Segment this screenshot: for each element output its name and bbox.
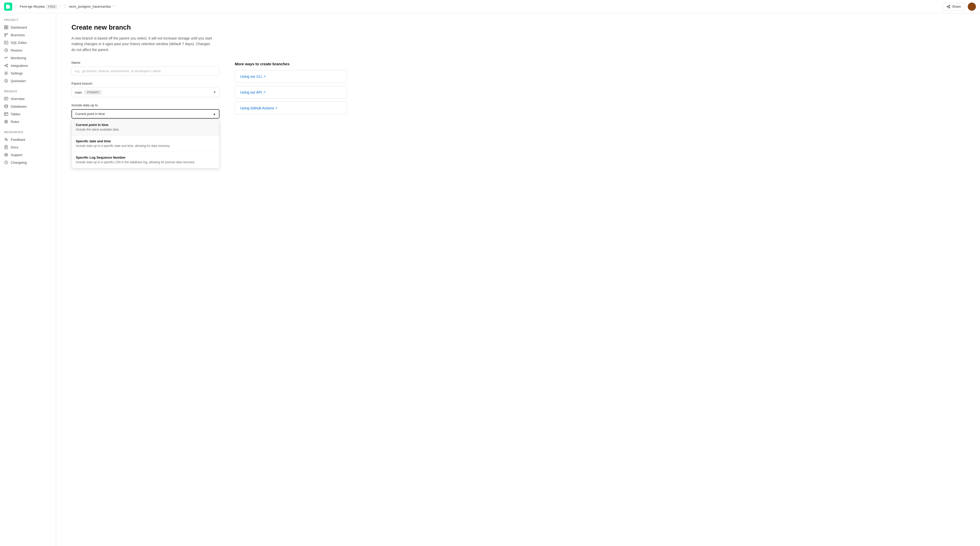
resources-section-label: RESOURCES [0, 130, 56, 136]
cli-external-icon: ↗ [263, 75, 266, 78]
sidebar-item-roles[interactable]: Roles [0, 118, 56, 125]
workspace-selector[interactable]: Femi-ige Muyiwa FREE ⌃ [20, 5, 62, 9]
page-title: Create new branch [72, 24, 347, 31]
docs-icon [4, 145, 8, 149]
parent-select-left: main PRIMARY [75, 90, 102, 95]
sidebar-item-tables[interactable]: Tables [0, 110, 56, 118]
parent-branch-select[interactable]: main PRIMARY ▼ [72, 87, 220, 97]
svg-point-11 [5, 35, 6, 37]
dropdown-item-lsn[interactable]: Specific Log Sequence Number Include dat… [72, 152, 219, 168]
feedback-icon [4, 138, 8, 141]
svg-rect-6 [4, 25, 6, 27]
dropdown-item-current[interactable]: Current point in time Include the latest… [72, 119, 219, 136]
project-section-label: PROJECT [0, 18, 56, 24]
sidebar-item-overview[interactable]: Overview [0, 95, 56, 103]
share-button[interactable]: Share [942, 3, 965, 10]
github-external-icon: ↗ [275, 106, 277, 110]
project-name: neon_postgres_hackmamba [69, 5, 111, 8]
svg-point-10 [5, 33, 6, 35]
changelog-icon [4, 160, 8, 165]
data-up-to-form-group: Include data up to Current point in time… [72, 103, 220, 119]
data-dropdown-trigger[interactable]: Current point in time ▲ [72, 109, 220, 119]
svg-point-23 [6, 73, 7, 74]
sidebar-label-tables: Tables [11, 112, 21, 116]
sidebar-item-restore[interactable]: Restore [0, 46, 56, 54]
dashboard-icon [4, 25, 8, 29]
sidebar-item-monitoring[interactable]: Monitoring [0, 54, 56, 62]
nav-divider-2: / [65, 4, 66, 9]
project-selector[interactable]: neon_postgres_hackmamba ⌃ [69, 5, 115, 8]
data-dropdown-menu: Current point in time Include the latest… [72, 119, 220, 168]
dropdown-item-current-desc: Include the latest available data [76, 127, 215, 132]
sidebar-item-dashboard[interactable]: Dashboard [0, 24, 56, 31]
sidebar-item-support[interactable]: Support [0, 151, 56, 159]
name-input[interactable] [72, 67, 220, 76]
cli-link-card[interactable]: Using our CLI ↗ [235, 70, 347, 83]
svg-point-19 [6, 64, 8, 65]
sidebar-label-changelog: Changelog [11, 161, 27, 165]
sidebar-label-docs: Docs [11, 145, 18, 149]
svg-point-20 [6, 66, 8, 67]
sidebar-label-databases: Databases [11, 105, 27, 108]
content-grid: Name Parent branch main PRIMARY ▼ [72, 61, 347, 125]
sidebar-item-databases[interactable]: Databases [0, 103, 56, 110]
sidebar-item-changelog[interactable]: Changelog [0, 159, 56, 166]
parent-branch-form-group: Parent branch main PRIMARY ▼ [72, 82, 220, 97]
sql-editor-icon [4, 41, 8, 44]
page-description: A new branch is based off the parent you… [72, 35, 215, 52]
sidebar: PROJECT Dashboard Branches SQL Editor Re… [0, 13, 56, 546]
svg-rect-33 [5, 121, 7, 122]
api-link-card[interactable]: Using our API ↗ [235, 86, 347, 99]
user-avatar[interactable] [968, 3, 976, 11]
right-panel: More ways to create branches Using our C… [235, 61, 347, 125]
dropdown-item-current-title: Current point in time [76, 123, 215, 127]
svg-point-35 [6, 139, 7, 141]
dropdown-item-specific-date-title: Specific date and time [76, 139, 215, 143]
svg-rect-9 [6, 27, 8, 29]
overview-icon [4, 97, 8, 101]
sidebar-label-restore: Restore [11, 48, 22, 52]
tables-icon [4, 112, 8, 116]
neon-logo[interactable] [4, 3, 12, 11]
github-link[interactable]: Using GitHub Actions ↗ [240, 106, 342, 110]
share-label: Share [952, 5, 961, 8]
sidebar-label-roles: Roles [11, 120, 19, 124]
dropdown-chevron-icon: ▲ [213, 112, 216, 116]
primary-badge: PRIMARY [84, 90, 102, 95]
top-navigation: / Femi-ige Muyiwa FREE ⌃ / neon_postgres… [0, 0, 980, 13]
cli-link[interactable]: Using our CLI ↗ [240, 75, 342, 79]
sidebar-item-quickstart[interactable]: Quickstart [0, 77, 56, 85]
github-link-card[interactable]: Using GitHub Actions ↗ [235, 102, 347, 114]
sidebar-item-docs[interactable]: Docs [0, 143, 56, 151]
sidebar-item-integrations[interactable]: Integrations [0, 62, 56, 69]
sidebar-item-branches[interactable]: Branches [0, 31, 56, 39]
svg-point-1 [949, 5, 950, 6]
svg-point-47 [6, 163, 6, 163]
sidebar-label-dashboard: Dashboard [11, 25, 27, 29]
parent-chevron-icon: ▼ [213, 90, 216, 94]
svg-line-5 [948, 7, 949, 7]
svg-rect-14 [4, 41, 8, 44]
quickstart-icon [4, 79, 8, 83]
sidebar-item-settings[interactable]: Settings [0, 69, 56, 77]
workspace-name: Femi-ige Muyiwa [20, 5, 45, 8]
svg-line-22 [6, 66, 6, 66]
api-link-label: Using our API [240, 90, 262, 94]
svg-point-24 [5, 79, 8, 83]
sidebar-item-sql-editor[interactable]: SQL Editor [0, 39, 56, 46]
name-label: Name [72, 61, 220, 65]
monitoring-icon [4, 56, 8, 60]
data-label: Include data up to [72, 103, 220, 107]
api-external-icon: ↗ [263, 90, 266, 94]
api-link[interactable]: Using our API ↗ [240, 90, 342, 94]
share-icon [946, 5, 950, 9]
sidebar-item-feedback[interactable]: Feedback [0, 136, 56, 143]
parent-label: Parent branch [72, 82, 220, 86]
svg-point-3 [949, 7, 950, 8]
svg-rect-25 [4, 97, 8, 100]
data-dropdown-wrapper: Current point in time ▲ Current point in… [72, 109, 220, 119]
sidebar-label-quickstart: Quickstart [11, 79, 26, 83]
svg-rect-32 [5, 120, 8, 123]
dropdown-item-specific-date[interactable]: Specific date and time Include data up t… [72, 136, 219, 152]
settings-icon [4, 71, 8, 75]
